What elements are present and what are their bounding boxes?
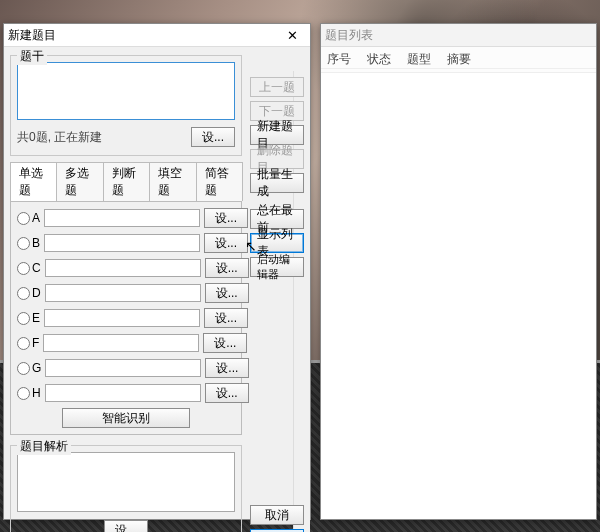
option-settings-button-D[interactable]: 设... bbox=[205, 283, 249, 303]
option-label: C bbox=[32, 261, 41, 275]
option-settings-button-H[interactable]: 设... bbox=[205, 383, 249, 403]
option-row-G: G设... bbox=[17, 358, 235, 378]
option-input-A[interactable] bbox=[44, 209, 200, 227]
option-radio-A[interactable] bbox=[17, 212, 30, 225]
col-摘要[interactable]: 摘要 bbox=[447, 51, 471, 68]
col-题型[interactable]: 题型 bbox=[407, 51, 431, 68]
window-title: 新建题目 bbox=[8, 27, 278, 44]
option-settings-button-B[interactable]: 设... bbox=[204, 233, 248, 253]
option-settings-button-G[interactable]: 设... bbox=[205, 358, 249, 378]
stem-settings-button[interactable]: 设... bbox=[191, 127, 235, 147]
window-title: 题目列表 bbox=[325, 27, 592, 44]
list-body[interactable] bbox=[321, 68, 596, 519]
option-radio-G[interactable] bbox=[17, 362, 30, 375]
dialog-footer-buttons: 取消 确认 bbox=[250, 505, 304, 532]
option-radio-D[interactable] bbox=[17, 287, 30, 300]
stem-group: 题干 共0题, 正在新建 设... bbox=[10, 55, 242, 156]
tab-填空题[interactable]: 填空题 bbox=[149, 162, 196, 201]
option-label: A bbox=[32, 211, 40, 225]
option-row-A: A设... bbox=[17, 208, 235, 228]
option-input-F[interactable] bbox=[43, 334, 199, 352]
question-type-tabs: 单选题多选题判断题填空题简答题 bbox=[10, 162, 242, 201]
batch-generate-button[interactable]: 批量生成 bbox=[250, 173, 304, 193]
option-input-C[interactable] bbox=[45, 259, 201, 277]
option-radio-C[interactable] bbox=[17, 262, 30, 275]
tab-判断题[interactable]: 判断题 bbox=[103, 162, 150, 201]
option-label: B bbox=[32, 236, 40, 250]
show-list-button[interactable]: 显示列表 bbox=[250, 233, 304, 253]
analysis-settings-button[interactable]: 设... bbox=[104, 520, 148, 532]
option-row-F: F设... bbox=[17, 333, 235, 353]
option-input-B[interactable] bbox=[44, 234, 200, 252]
option-settings-button-C[interactable]: 设... bbox=[205, 258, 249, 278]
option-input-E[interactable] bbox=[44, 309, 200, 327]
option-radio-F[interactable] bbox=[17, 337, 30, 350]
option-input-H[interactable] bbox=[45, 384, 201, 402]
tab-单选题[interactable]: 单选题 bbox=[10, 162, 57, 201]
stem-textarea[interactable] bbox=[17, 62, 235, 120]
prev-question-button[interactable]: 上一题 bbox=[250, 77, 304, 97]
option-row-B: B设... bbox=[17, 233, 235, 253]
question-list-panel: 题目列表 序号状态题型摘要 bbox=[320, 23, 597, 520]
option-row-D: D设... bbox=[17, 283, 235, 303]
tab-多选题[interactable]: 多选题 bbox=[56, 162, 103, 201]
side-button-column: 上一题 下一题 新建题目 删除题目 批量生成 总在最前 显示列表 启动编辑器 bbox=[250, 77, 304, 277]
col-状态[interactable]: 状态 bbox=[367, 51, 391, 68]
option-label: F bbox=[32, 336, 39, 350]
option-input-D[interactable] bbox=[45, 284, 201, 302]
analysis-textarea[interactable] bbox=[17, 452, 235, 512]
smart-recognize-button[interactable]: 智能识别 bbox=[62, 408, 190, 428]
option-row-C: C设... bbox=[17, 258, 235, 278]
option-label: D bbox=[32, 286, 41, 300]
option-label: G bbox=[32, 361, 41, 375]
option-settings-button-F[interactable]: 设... bbox=[203, 333, 247, 353]
titlebar[interactable]: 新建题目 ✕ bbox=[4, 24, 310, 47]
tab-简答题[interactable]: 简答题 bbox=[196, 162, 243, 201]
analysis-group: 题目解析 设... bbox=[10, 445, 242, 532]
option-input-G[interactable] bbox=[45, 359, 201, 377]
option-label: E bbox=[32, 311, 40, 325]
option-settings-button-A[interactable]: 设... bbox=[204, 208, 248, 228]
launch-editor-button[interactable]: 启动编辑器 bbox=[250, 257, 304, 277]
new-question-dialog: 新建题目 ✕ 上一题 下一题 新建题目 删除题目 批量生成 总在最前 显示列表 … bbox=[3, 23, 311, 520]
cancel-button[interactable]: 取消 bbox=[250, 505, 304, 525]
option-settings-button-E[interactable]: 设... bbox=[204, 308, 248, 328]
close-icon[interactable]: ✕ bbox=[278, 26, 306, 44]
option-row-E: E设... bbox=[17, 308, 235, 328]
option-radio-E[interactable] bbox=[17, 312, 30, 325]
option-radio-B[interactable] bbox=[17, 237, 30, 250]
option-radio-H[interactable] bbox=[17, 387, 30, 400]
option-label: H bbox=[32, 386, 41, 400]
option-row-H: H设... bbox=[17, 383, 235, 403]
options-panel: A设...B设...C设...D设...E设...F设...G设...H设...… bbox=[10, 201, 242, 435]
status-text: 共0题, 正在新建 bbox=[17, 129, 191, 146]
titlebar[interactable]: 题目列表 bbox=[321, 24, 596, 47]
stem-legend: 题干 bbox=[17, 48, 47, 65]
analysis-legend: 题目解析 bbox=[17, 438, 71, 455]
col-序号[interactable]: 序号 bbox=[327, 51, 351, 68]
